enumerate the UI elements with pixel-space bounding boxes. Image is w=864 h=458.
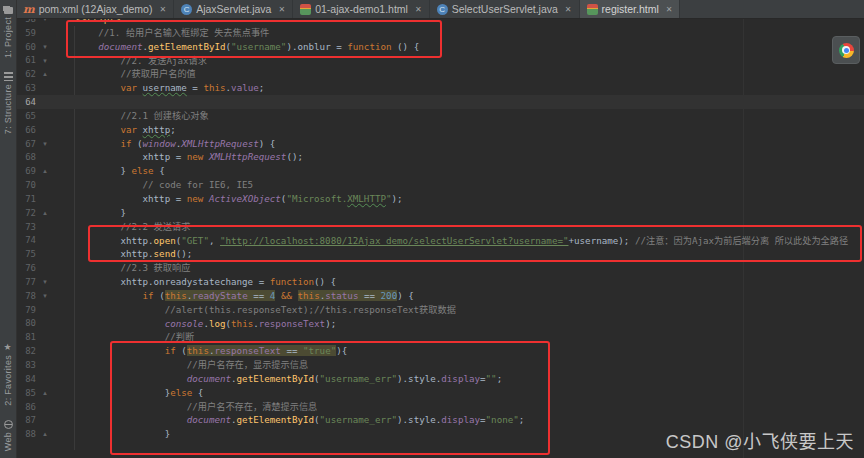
fold-marker-icon[interactable]: ▴ (38, 164, 52, 178)
line-number: 61 (16, 55, 38, 65)
close-tab-icon[interactable]: ✕ (666, 5, 673, 14)
code-line-68[interactable]: 68 xhttp = new XMLHttpRequest(); (16, 150, 864, 164)
code-token: "username" (231, 41, 286, 52)
tool-buttons-bottom: ★2: FavoritesWeb (3, 336, 13, 458)
code-line-60[interactable]: 60▾ document.getElementById("username").… (16, 40, 864, 54)
code-token: "true" (303, 345, 336, 356)
code-token (54, 179, 143, 190)
fold-marker-icon[interactable]: ▴ (38, 206, 52, 220)
code-text: var xhttp; (52, 123, 176, 137)
code-token: log (209, 318, 226, 329)
tab-register-html[interactable]: register.html✕ (580, 0, 681, 18)
code-line-73[interactable]: 73 //2.2 发送请求 (16, 220, 864, 234)
line-number: 82 (16, 346, 38, 356)
code-line-72[interactable]: 72▴ } (16, 206, 864, 220)
code-line-61[interactable]: 61▾ //2. 发送Ajax请求 (16, 54, 864, 68)
ide-window: 58▾ <script>59 //1. 给用户名输入框绑定 失去焦点事件60▾ … (0, 0, 864, 458)
browser-preview-popup[interactable] (832, 36, 860, 64)
code-token: this (203, 82, 225, 93)
code-line-67[interactable]: 67▾ if (window.XMLHttpRequest) { (16, 137, 864, 151)
close-tab-icon[interactable]: ✕ (565, 5, 572, 14)
code-line-86[interactable]: 86 //用户名不存在，清楚提示信息 (16, 400, 864, 414)
close-tab-icon[interactable]: ✕ (278, 5, 285, 14)
tool-window-button-7-structure[interactable]: 7: Structure (3, 65, 13, 141)
code-line-83[interactable]: 83 //用户名存在，显示提示信息 (16, 358, 864, 372)
code-token: = (187, 82, 204, 93)
fold-marker-icon[interactable]: ▴ (38, 67, 52, 81)
code-token: ActiveXObject (209, 193, 281, 204)
code-line-66[interactable]: 66 var xhttp; (16, 123, 864, 137)
code-token: //判断 (165, 331, 194, 342)
tab-label: AjaxServlet.java (196, 3, 271, 15)
code-line-64[interactable]: 64 (16, 95, 864, 109)
code-token (54, 414, 187, 425)
fold-marker-icon[interactable]: ▴ (38, 386, 52, 400)
code-line-80[interactable]: 80 console.log(this.responseText); (16, 317, 864, 331)
code-text: } else { (52, 164, 165, 178)
code-line-74[interactable]: 74 xhttp.open("GET", "http://localhost:8… (16, 234, 864, 248)
code-line-63[interactable]: 63 var username = this.value; (16, 81, 864, 95)
code-line-75[interactable]: 75 xhttp.send(); (16, 247, 864, 261)
code-line-77[interactable]: 77▾ xhttp.onreadystatechange = function(… (16, 275, 864, 289)
code-token: xhttp.onreadystatechange = (54, 276, 270, 287)
code-token: } (54, 165, 131, 176)
close-tab-icon[interactable]: ✕ (159, 5, 166, 14)
code-line-70[interactable]: 70 // code for IE6, IE5 (16, 178, 864, 192)
code-line-65[interactable]: 65 //2.1 创建核心对象 (16, 109, 864, 123)
code-text: //2. 发送Ajax请求 (52, 54, 207, 68)
code-text: xhttp.send(); (52, 247, 192, 261)
tab-pom-xml-12ajax-demo[interactable]: mpom.xml (12Ajax_demo)✕ (16, 0, 174, 18)
code-line-79[interactable]: 79 //alert(this.responseText);//this.res… (16, 303, 864, 317)
code-text: xhttp = new ActiveXObject("Microsoft.XML… (52, 192, 403, 206)
code-token: function (270, 276, 314, 287)
tool-window-button-1-project[interactable]: 1: Project (3, 0, 13, 65)
code-token: document (187, 414, 231, 425)
code-line-81[interactable]: 81 //判断 (16, 330, 864, 344)
fold-marker-icon[interactable]: ▾ (38, 40, 52, 54)
code-token: { (154, 165, 165, 176)
html-icon (587, 4, 598, 15)
code-line-87[interactable]: 87 document.getElementById("username_err… (16, 413, 864, 427)
code-token: ).style. (397, 414, 441, 425)
code-line-78[interactable]: 78▾ if (this.readyState == 4 && this.sta… (16, 289, 864, 303)
fold-marker-icon[interactable]: ▾ (38, 289, 52, 303)
code-token: //用户名不存在，清楚提示信息 (187, 401, 318, 412)
code-text: //1. 给用户名输入框绑定 失去焦点事件 (52, 26, 269, 40)
code-line-71[interactable]: 71 xhttp = new ActiveXObject("Microsoft.… (16, 192, 864, 206)
code-token: } (54, 207, 126, 218)
tool-window-label: 7: Structure (3, 84, 13, 134)
code-line-84[interactable]: 84 document.getElementById("username_err… (16, 372, 864, 386)
code-token: responseText (214, 345, 280, 356)
tab-bar: mpom.xml (12Ajax_demo)✕CAjaxServlet.java… (16, 0, 864, 19)
code-token: // code for IE6, IE5 (143, 179, 254, 190)
code-area[interactable]: 58▾ <script>59 //1. 给用户名输入框绑定 失去焦点事件60▾ … (16, 12, 864, 441)
code-line-69[interactable]: 69▴ } else { (16, 164, 864, 178)
tab-01-ajax-demo1-html[interactable]: 01-ajax-demo1.html✕ (293, 0, 430, 18)
code-token: this (165, 290, 187, 301)
tab-ajaxservlet-java[interactable]: CAjaxServlet.java✕ (174, 0, 293, 18)
code-text: //2.3 获取响应 (52, 261, 190, 275)
code-token (54, 290, 143, 301)
code-line-82[interactable]: 82 if (this.responseText == "true"){ (16, 344, 864, 358)
fold-marker-icon[interactable]: ▴ (38, 427, 52, 441)
code-text: //获取用户名的值 (52, 67, 196, 81)
code-line-62[interactable]: 62▴ //获取用户名的值 (16, 67, 864, 81)
code-text: }else { (52, 386, 203, 400)
fold-marker-icon[interactable]: ▾ (38, 137, 52, 151)
line-number: 72 (16, 208, 38, 218)
code-line-85[interactable]: 85▴ }else { (16, 386, 864, 400)
code-token: ; (259, 82, 265, 93)
code-token: //2.3 获取响应 (120, 262, 190, 273)
line-number: 63 (16, 83, 38, 93)
close-tab-icon[interactable]: ✕ (415, 5, 422, 14)
tool-window-button-2-favorites[interactable]: ★2: Favorites (3, 336, 13, 413)
tab-selectuserservlet-java[interactable]: CSelectUserServlet.java✕ (430, 0, 580, 18)
chrome-icon[interactable] (839, 43, 854, 58)
code-token: status (325, 290, 358, 301)
code-token: "none" (486, 414, 519, 425)
code-line-76[interactable]: 76 //2.3 获取响应 (16, 261, 864, 275)
fold-marker-icon[interactable]: ▾ (38, 54, 52, 68)
fold-marker-icon[interactable]: ▾ (38, 275, 52, 289)
tool-window-button-web[interactable]: Web (3, 413, 13, 458)
code-line-59[interactable]: 59 //1. 给用户名输入框绑定 失去焦点事件 (16, 26, 864, 40)
